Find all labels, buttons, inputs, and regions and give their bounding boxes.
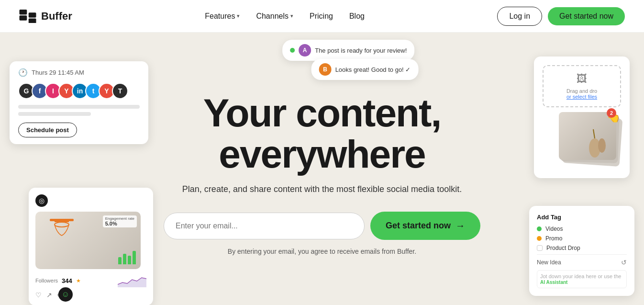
post-preview-lines: [18, 105, 140, 116]
add-tag-widget: Add Tag Videos Promo Product Drop New Id…: [529, 206, 634, 296]
svg-rect-0: [20, 10, 27, 15]
analytics-widget: ◎ Engagement rate 5.0% Followe: [29, 188, 153, 305]
drop-zone: 🖼 Drag and droor select files: [543, 65, 621, 107]
tag-color-dot: [537, 226, 542, 231]
tag-item-product-drop: Product Drop: [537, 245, 627, 251]
svg-point-6: [55, 222, 69, 227]
followers-label: Followers: [35, 278, 58, 283]
nav-actions: Log in Get started now: [497, 7, 625, 26]
svg-rect-4: [50, 219, 74, 221]
avatar: T: [112, 83, 128, 99]
hero-section: 🕐 Thurs 29 11:45 AM G f I Y in t Y T Sch…: [0, 33, 644, 305]
nav-features[interactable]: Features ▾: [198, 8, 246, 24]
nav-blog[interactable]: Blog: [343, 8, 371, 24]
tag-color-dot: [537, 236, 542, 241]
tag-widget-title: Add Tag: [537, 214, 627, 221]
logo[interactable]: Buffer: [19, 10, 72, 23]
schedule-post-button[interactable]: Schedule post: [18, 123, 77, 137]
chat-bubble-review: A The post is ready for your review!: [282, 40, 414, 61]
email-input[interactable]: [164, 213, 365, 239]
hero-headline: Your content, everywhere: [164, 92, 480, 175]
tag-item-promo: Promo: [537, 235, 627, 242]
navbar: Buffer Features ▾ Channels ▾ Pricing Blo…: [0, 0, 644, 33]
chevron-down-icon: ▾: [290, 13, 293, 19]
disclaimer-text: By entering your email, you agree to rec…: [164, 248, 480, 255]
nav-pricing[interactable]: Pricing: [303, 8, 340, 24]
engagement-label: Engagement rate: [105, 216, 134, 221]
happy-icon: ☺: [58, 287, 73, 302]
chevron-down-icon: ▾: [237, 13, 240, 19]
followers-count: 344: [62, 277, 72, 284]
line-decoration: [18, 105, 140, 109]
drag-drop-widget: 🖼 Drag and droor select files 👆 2: [534, 56, 630, 178]
online-indicator: [290, 48, 295, 53]
followers-star: ★: [76, 278, 81, 284]
engagement-value: 5.0%: [105, 221, 134, 226]
svg-rect-2: [29, 12, 36, 18]
tag-item-videos: Videos: [537, 226, 627, 232]
clock-icon: 🕐: [18, 68, 28, 77]
ai-assistant-label[interactable]: AI Assistant: [540, 280, 567, 285]
nav-channels[interactable]: Channels ▾: [249, 8, 300, 24]
tag-checkbox[interactable]: [537, 245, 543, 251]
svg-rect-3: [29, 18, 36, 23]
svg-rect-1: [20, 15, 27, 21]
image-icon: 🖼: [550, 73, 613, 85]
svg-line-10: [593, 129, 595, 138]
nav-links: Features ▾ Channels ▾ Pricing Blog: [198, 8, 371, 24]
avatar-group: G f I Y in t Y T: [18, 83, 140, 99]
login-button[interactable]: Log in: [497, 7, 542, 26]
refresh-icon: ↺: [621, 259, 627, 266]
new-idea-row: New Idea ↺: [537, 254, 627, 266]
hero-subtext: Plan, create, and share content with the…: [164, 184, 480, 194]
get-started-hero-button[interactable]: Get started now →: [370, 212, 480, 240]
svg-point-8: [598, 138, 606, 153]
badge-count: 2: [607, 108, 616, 118]
logo-text: Buffer: [41, 10, 72, 23]
jot-area[interactable]: Jot down your idea here or use the AI As…: [537, 270, 627, 288]
hero-content: Your content, everywhere Plan, create, a…: [154, 64, 490, 274]
schedule-widget: 🕐 Thurs 29 11:45 AM G f I Y in t Y T Sch…: [10, 61, 148, 144]
arrow-icon: →: [455, 220, 465, 231]
new-idea-label: New Idea: [537, 259, 618, 266]
analytics-bottom-icons: ♡↗↺: [35, 291, 146, 299]
chat-text: The post is ready for your review!: [315, 47, 407, 54]
get-started-nav-button[interactable]: Get started now: [548, 7, 625, 25]
analytics-icon: ◎: [35, 194, 48, 207]
schedule-datetime: Thurs 29 11:45 AM: [32, 69, 84, 76]
avatar: A: [299, 44, 311, 56]
email-form: Get started now →: [164, 212, 480, 240]
line-decoration: [18, 112, 91, 116]
